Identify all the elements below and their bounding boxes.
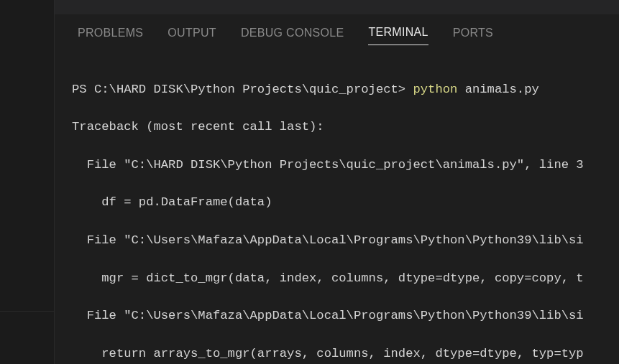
cmd-arg: animals.py	[457, 83, 538, 96]
terminal-line: PS C:\HARD DISK\Python Projects\quic_pro…	[72, 80, 619, 99]
traceback-header: Traceback (most recent call last):	[72, 118, 619, 136]
ps-prompt: PS C:\HARD DISK\Python Projects\quic_pro…	[72, 83, 413, 96]
tab-output[interactable]: OUTPUT	[168, 27, 216, 45]
gutter-divider	[0, 311, 54, 312]
traceback-line: mgr = dict_to_mgr(data, index, columns, …	[72, 269, 619, 288]
gutter-top-block	[0, 0, 54, 27]
app-root: PROBLEMS OUTPUT DEBUG CONSOLE TERMINAL P…	[0, 0, 619, 364]
traceback-line: File "C:\HARD DISK\Python Projects\quic_…	[72, 156, 619, 174]
terminal-output[interactable]: PS C:\HARD DISK\Python Projects\quic_pro…	[55, 45, 619, 364]
tab-debug-console[interactable]: DEBUG CONSOLE	[241, 27, 344, 45]
traceback-line: File "C:\Users\Mafaza\AppData\Local\Prog…	[72, 307, 619, 325]
tab-ports[interactable]: PORTS	[453, 27, 493, 45]
tab-terminal[interactable]: TERMINAL	[368, 26, 428, 45]
panel-tabs: PROBLEMS OUTPUT DEBUG CONSOLE TERMINAL P…	[55, 14, 619, 45]
side-gutter	[0, 0, 55, 364]
panel-main: PROBLEMS OUTPUT DEBUG CONSOLE TERMINAL P…	[55, 0, 619, 364]
traceback-line: return arrays_to_mgr(arrays, columns, in…	[72, 345, 619, 363]
tab-problems[interactable]: PROBLEMS	[78, 27, 143, 45]
traceback-line: File "C:\Users\Mafaza\AppData\Local\Prog…	[72, 231, 619, 250]
traceback-line: df = pd.DataFrame(data)	[72, 193, 619, 212]
cmd-python: python	[413, 83, 457, 96]
editor-topbar	[55, 0, 619, 14]
